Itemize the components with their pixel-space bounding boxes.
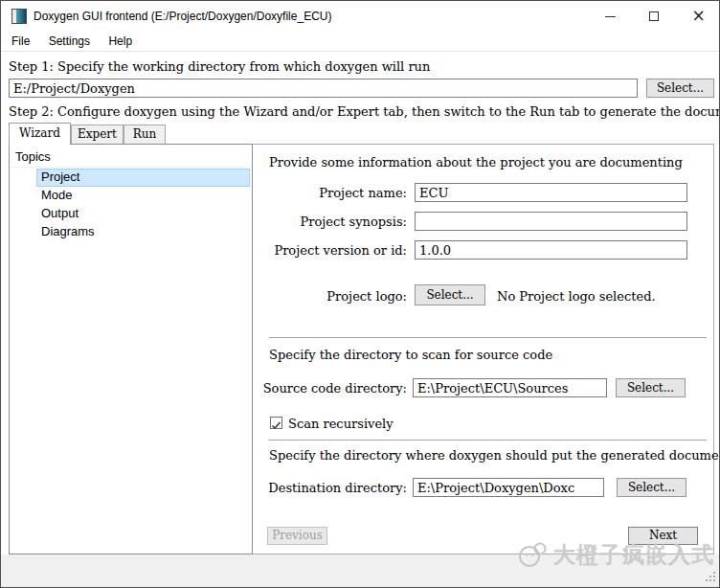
minimize-icon <box>605 16 616 17</box>
watermark: 大橙子疯嵌入式 <box>516 539 714 570</box>
working-directory-input[interactable] <box>9 79 638 98</box>
project-logo-label: Project logo: <box>261 289 407 304</box>
step2-label: Step 2: Configure doxygen using the Wiza… <box>9 104 720 119</box>
project-version-input[interactable] <box>415 240 687 260</box>
close-icon: × <box>691 6 705 25</box>
source-directory-select-button[interactable]: Select... <box>616 378 686 397</box>
source-directory-label: Source code directory: <box>261 381 407 396</box>
menu-file[interactable]: File <box>4 32 37 51</box>
step1-label: Step 1: Specify the working directory fr… <box>9 59 430 74</box>
menu-bar: File Settings Help <box>1 32 719 52</box>
watermark-logo-icon <box>516 539 549 570</box>
destination-directory-label: Destination directory: <box>261 481 407 495</box>
project-name-input[interactable] <box>415 183 687 202</box>
watermark-text: 大橙子疯嵌入式 <box>553 540 714 570</box>
previous-button[interactable]: Previous <box>267 527 327 545</box>
tab-run[interactable]: Run <box>124 124 166 144</box>
maximize-icon <box>649 11 659 21</box>
separator-source <box>269 337 707 338</box>
project-name-label: Project name: <box>261 186 407 200</box>
close-button[interactable]: × <box>677 1 720 32</box>
topic-item-project[interactable]: Project <box>36 169 250 187</box>
destination-heading: Specify the directory where doxygen shou… <box>269 448 720 463</box>
app-icon <box>11 9 27 24</box>
topic-item-mode[interactable]: Mode <box>36 187 250 205</box>
project-intro-text: Provide some information about the proje… <box>269 155 683 170</box>
project-logo-status: No Project logo selected. <box>497 289 656 304</box>
project-synopsis-input[interactable] <box>415 212 687 231</box>
source-heading: Specify the directory to scan for source… <box>269 348 552 362</box>
doxygen-wizard-window: Doxygen GUI frontend (E:/Project/Doxygen… <box>0 0 720 588</box>
scan-recursively-checkbox[interactable] <box>270 417 282 429</box>
menu-help[interactable]: Help <box>101 32 140 51</box>
window-title: Doxygen GUI frontend (E:/Project/Doxygen… <box>34 1 331 32</box>
source-directory-input[interactable] <box>413 378 607 397</box>
project-logo-select-button[interactable]: Select... <box>415 284 485 305</box>
project-synopsis-label: Project synopsis: <box>261 215 407 229</box>
tab-wizard[interactable]: Wizard <box>9 123 71 145</box>
topics-header: Topics <box>10 145 252 168</box>
destination-directory-select-button[interactable]: Select... <box>617 478 686 497</box>
project-version-label: Project version or id: <box>261 243 407 258</box>
title-bar: Doxygen GUI frontend (E:/Project/Doxygen… <box>1 1 719 32</box>
topic-item-output[interactable]: Output <box>36 205 250 223</box>
working-directory-select-button[interactable]: Select... <box>646 79 714 98</box>
scan-recursively-label: Scan recursively <box>288 417 394 431</box>
resize-grip-icon[interactable] <box>706 579 708 581</box>
maximize-button[interactable] <box>633 1 676 32</box>
topics-tree: Topics Project Mode Output Diagrams <box>9 144 253 554</box>
checkmark-icon <box>271 420 281 431</box>
minimize-button[interactable] <box>589 1 632 32</box>
destination-directory-input[interactable] <box>413 478 604 497</box>
separator-destination <box>269 440 707 441</box>
menu-settings[interactable]: Settings <box>41 32 98 51</box>
topic-item-diagrams[interactable]: Diagrams <box>36 223 250 241</box>
tab-expert[interactable]: Expert <box>71 124 124 144</box>
